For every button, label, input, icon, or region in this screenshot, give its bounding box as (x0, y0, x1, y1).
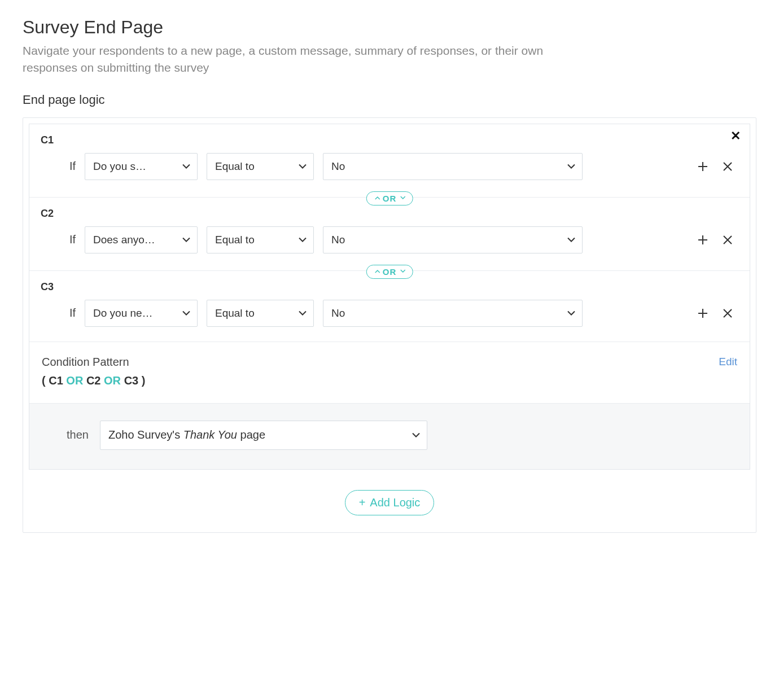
then-select[interactable]: Zoho Survey's Thank You page (100, 421, 427, 450)
chevron-down-icon (182, 310, 190, 316)
remove-icon[interactable] (720, 233, 735, 247)
operator-select[interactable]: Equal to (207, 226, 314, 253)
if-label: If (63, 233, 76, 246)
answer-value: No (331, 307, 345, 320)
condition-id: C2 (41, 208, 738, 220)
chevron-down-icon (182, 164, 190, 169)
condition-row: If Do you s… Equal to No (41, 153, 738, 180)
question-value: Do you s… (93, 160, 146, 173)
page-title: Survey End Page (23, 17, 756, 38)
row-actions (695, 306, 738, 321)
chevron-down-icon (567, 310, 575, 316)
joiner-chip[interactable]: OR (366, 191, 413, 205)
condition-block: ✕ C1 If Do you s… Equal to No (29, 124, 750, 197)
if-label: If (63, 307, 76, 320)
condition-id: C3 (41, 281, 738, 293)
chevron-up-icon (375, 196, 379, 200)
then-block: then Zoho Survey's Thank You page (29, 403, 750, 469)
answer-select[interactable]: No (323, 153, 583, 180)
chevron-down-icon (400, 196, 404, 200)
answer-value: No (331, 160, 345, 173)
chevron-down-icon (567, 164, 575, 169)
plus-icon[interactable] (695, 159, 710, 174)
question-value: Do you ne… (93, 307, 153, 320)
chevron-down-icon (567, 237, 575, 242)
condition-pattern-block: Condition Pattern ( C1 OR C2 OR C3 ) Edi… (29, 342, 750, 403)
remove-icon[interactable] (720, 306, 735, 321)
condition-id: C1 (41, 134, 738, 146)
chevron-down-icon (412, 432, 420, 438)
page-description: Navigate your respondents to a new page,… (23, 42, 598, 77)
answer-select[interactable]: No (323, 226, 583, 253)
then-value-italic: Thank You (183, 428, 237, 441)
condition-pattern-label: Condition Pattern (42, 356, 145, 369)
then-value-prefix: Zoho Survey's (108, 428, 183, 441)
joiner-chip[interactable]: OR (366, 265, 413, 279)
logic-card: ✕ C1 If Do you s… Equal to No (23, 117, 756, 533)
condition-pattern-expression: ( C1 OR C2 OR C3 ) (42, 374, 145, 387)
condition-block: C2 If Does anyo… Equal to No (29, 197, 750, 270)
then-value: Zoho Survey's Thank You page (108, 428, 265, 441)
operator-value: Equal to (215, 160, 255, 173)
operator-select[interactable]: Equal to (207, 153, 314, 180)
then-label: then (42, 428, 89, 441)
question-value: Does anyo… (93, 234, 155, 246)
joiner-label: OR (383, 194, 397, 203)
chevron-up-icon (375, 269, 379, 274)
condition-row: If Do you ne… Equal to No (41, 300, 738, 327)
row-actions (695, 233, 738, 247)
paren-open: ( (42, 374, 49, 387)
question-select[interactable]: Do you ne… (85, 300, 198, 327)
section-label: End page logic (23, 93, 756, 107)
pattern-or: OR (104, 374, 121, 387)
if-label: If (63, 160, 76, 173)
then-value-suffix: page (237, 428, 265, 441)
chevron-down-icon (400, 269, 404, 274)
plus-icon: + (359, 497, 366, 508)
chevron-down-icon (299, 310, 307, 316)
question-select[interactable]: Do you s… (85, 153, 198, 180)
question-select[interactable]: Does anyo… (85, 226, 198, 253)
operator-value: Equal to (215, 234, 255, 246)
pattern-token: C2 (86, 374, 101, 387)
pattern-token: C3 (124, 374, 139, 387)
condition-block: C3 If Do you ne… Equal to No (29, 270, 750, 342)
close-icon[interactable]: ✕ (730, 130, 741, 142)
add-logic-button[interactable]: + Add Logic (345, 490, 435, 515)
operator-select[interactable]: Equal to (207, 300, 314, 327)
remove-icon[interactable] (720, 159, 735, 174)
answer-select[interactable]: No (323, 300, 583, 327)
joiner-label: OR (383, 267, 397, 277)
paren-close: ) (138, 374, 145, 387)
edit-link[interactable]: Edit (719, 356, 737, 368)
logic-inner-card: ✕ C1 If Do you s… Equal to No (29, 124, 750, 470)
row-actions (695, 159, 738, 174)
answer-value: No (331, 234, 345, 246)
chevron-down-icon (182, 237, 190, 242)
pattern-token: C1 (49, 374, 63, 387)
operator-value: Equal to (215, 307, 255, 320)
add-logic-container: + Add Logic (23, 475, 756, 532)
pattern-or: OR (66, 374, 83, 387)
chevron-down-icon (299, 164, 307, 169)
condition-row: If Does anyo… Equal to No (41, 226, 738, 253)
add-logic-label: Add Logic (370, 496, 420, 509)
plus-icon[interactable] (695, 306, 710, 321)
chevron-down-icon (299, 237, 307, 242)
plus-icon[interactable] (695, 233, 710, 247)
